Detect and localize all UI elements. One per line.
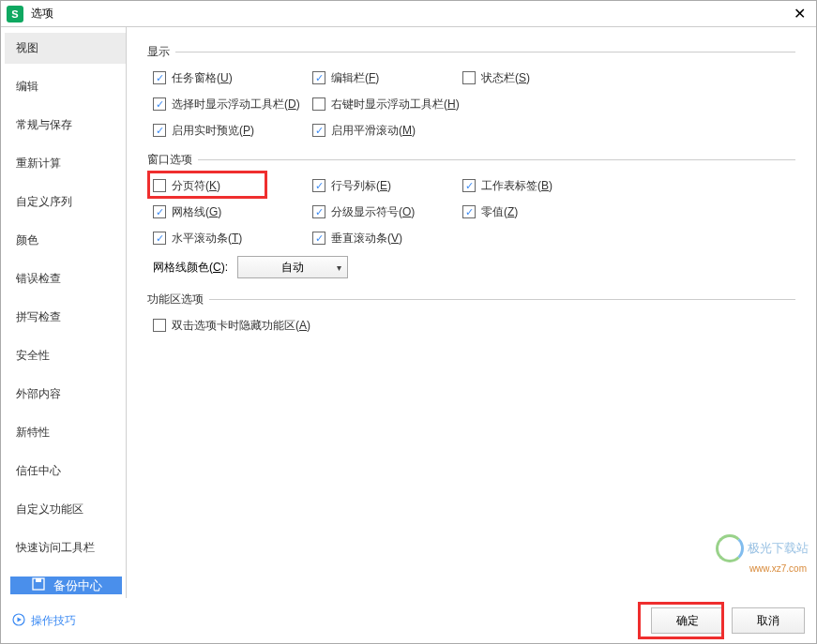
dialog-title: 选项 (31, 6, 788, 22)
tips-link[interactable]: 操作技巧 (12, 613, 76, 629)
sidebar-list: 视图 编辑 常规与保存 重新计算 自定义序列 颜色 错误检查 拼写检查 安全性 … (5, 33, 126, 571)
sidebar-item-edit[interactable]: 编辑 (5, 71, 126, 102)
checkbox-formula-bar[interactable]: ✓ 编辑栏(F) (312, 70, 379, 86)
sidebar-item-spellcheck[interactable]: 拼写检查 (5, 302, 126, 333)
checkbox-rclick-float-toolbar[interactable]: 右键时显示浮动工具栏(H) (312, 97, 460, 112)
checkbox-sel-float-toolbar[interactable]: ✓ 选择时显示浮动工具栏(D) (153, 97, 300, 112)
checkbox-zeros[interactable]: ✓ 零值(Z) (462, 204, 518, 220)
checkbox-status-bar[interactable]: 状态栏(S) (462, 70, 530, 86)
check-icon (462, 71, 476, 84)
check-icon: ✓ (153, 71, 166, 84)
dialog-body: 视图 编辑 常规与保存 重新计算 自定义序列 颜色 错误检查 拼写检查 安全性 … (1, 27, 816, 598)
sidebar-item-new-features[interactable]: 新特性 (5, 417, 126, 448)
sidebar-item-general-save[interactable]: 常规与保存 (5, 110, 126, 141)
sidebar-item-custom-ribbon[interactable]: 自定义功能区 (5, 494, 126, 525)
check-icon (153, 319, 166, 332)
sidebar-item-error-check[interactable]: 错误检查 (5, 263, 126, 294)
sidebar-item-view[interactable]: 视图 (5, 33, 126, 64)
checkbox-dblclick-hide-ribbon[interactable]: 双击选项卡时隐藏功能区(A) (153, 318, 310, 334)
group-display: 显示 ✓ 任务窗格(U) ✓ 编辑栏(F) (147, 44, 795, 139)
check-icon (312, 97, 325, 111)
sidebar-item-trust-center[interactable]: 信任中心 (5, 456, 126, 487)
sidebar-item-quick-access[interactable]: 快速访问工具栏 (5, 532, 126, 563)
group-window-header: 窗口选项 (147, 152, 795, 168)
checkbox-row-col-headers[interactable]: ✓ 行号列标(E) (312, 178, 391, 194)
checkbox-sheet-tabs[interactable]: ✓ 工作表标签(B) (462, 178, 552, 194)
checkbox-live-preview[interactable]: ✓ 启用实时预览(P) (153, 123, 254, 139)
app-icon: S (7, 6, 23, 22)
checkbox-gridlines[interactable]: ✓ 网格线(G) (153, 204, 221, 220)
backup-center-button[interactable]: 备份中心 (10, 577, 122, 594)
check-icon: ✓ (312, 124, 325, 137)
ok-button[interactable]: 确定 (651, 607, 724, 634)
group-display-header: 显示 (147, 44, 795, 60)
content-panel: 显示 ✓ 任务窗格(U) ✓ 编辑栏(F) (127, 27, 816, 598)
check-icon (153, 179, 166, 192)
options-dialog: S 选项 ✕ 视图 编辑 常规与保存 重新计算 自定义序列 颜色 错误检查 拼写… (0, 0, 817, 644)
check-icon: ✓ (153, 124, 166, 137)
backup-label: 备份中心 (53, 577, 102, 594)
check-icon: ✓ (153, 97, 166, 111)
sidebar-item-recalc[interactable]: 重新计算 (5, 148, 126, 179)
check-icon: ✓ (312, 205, 325, 218)
group-ribbon: 功能区选项 双击选项卡时隐藏功能区(A) (147, 292, 795, 334)
check-icon: ✓ (153, 232, 166, 245)
group-ribbon-header: 功能区选项 (147, 292, 795, 307)
cancel-button[interactable]: 取消 (732, 607, 805, 634)
sidebar: 视图 编辑 常规与保存 重新计算 自定义序列 颜色 错误检查 拼写检查 安全性 … (1, 27, 127, 598)
play-icon (12, 613, 25, 629)
gridline-color-label: 网格线颜色(C): (153, 260, 228, 276)
check-icon: ✓ (462, 179, 476, 192)
checkbox-smooth-scroll[interactable]: ✓ 启用平滑滚动(M) (312, 123, 416, 139)
tips-label: 操作技巧 (31, 613, 76, 629)
sidebar-item-custom-list[interactable]: 自定义序列 (5, 187, 126, 217)
sidebar-item-color[interactable]: 颜色 (5, 225, 126, 256)
check-icon: ✓ (462, 205, 476, 218)
backup-icon (31, 577, 46, 594)
checkbox-page-break[interactable]: 分页符(K) (153, 178, 220, 194)
svg-rect-1 (36, 578, 41, 582)
group-window: 窗口选项 分页符(K) ✓ 行号列标(E) (147, 152, 795, 278)
gridline-color-select[interactable]: 自动 (237, 256, 348, 278)
check-icon: ✓ (312, 71, 325, 84)
checkbox-vscroll[interactable]: ✓ 垂直滚动条(V) (312, 231, 402, 247)
check-icon: ✓ (312, 179, 325, 192)
watermark-url: www.xz7.com (749, 563, 807, 574)
close-button[interactable]: ✕ (788, 3, 810, 25)
sidebar-item-external[interactable]: 外部内容 (5, 379, 126, 410)
check-icon: ✓ (312, 232, 325, 245)
titlebar: S 选项 ✕ (1, 1, 816, 27)
checkbox-hscroll[interactable]: ✓ 水平滚动条(T) (153, 231, 242, 247)
sidebar-item-security[interactable]: 安全性 (5, 340, 126, 371)
dialog-footer: 操作技巧 确定 取消 (1, 598, 816, 643)
checkbox-outline-symbols[interactable]: ✓ 分级显示符号(O) (312, 204, 415, 220)
svg-marker-3 (18, 617, 23, 622)
checkbox-task-pane[interactable]: ✓ 任务窗格(U) (153, 70, 233, 86)
check-icon: ✓ (153, 205, 166, 218)
